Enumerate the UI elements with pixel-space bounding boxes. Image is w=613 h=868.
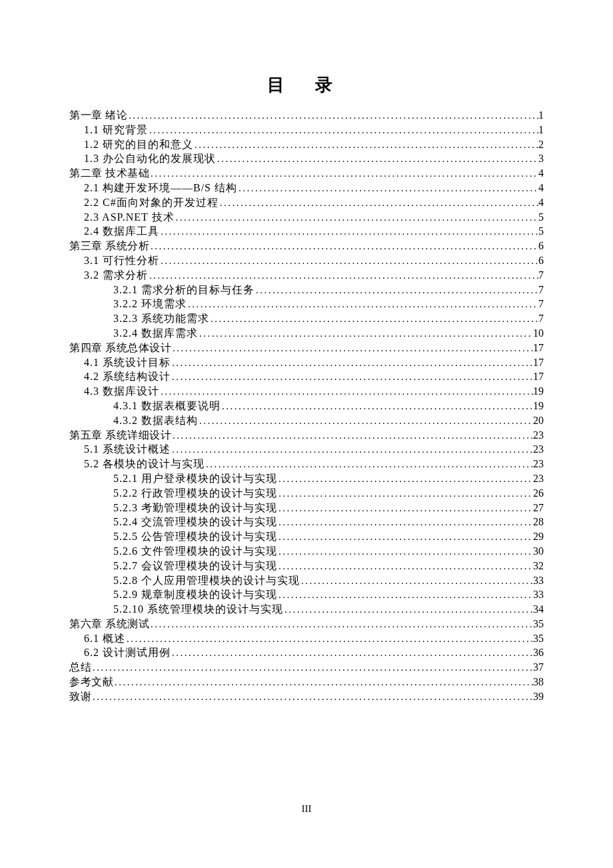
toc-dot-leader bbox=[171, 443, 533, 457]
toc-entry-page: 17 bbox=[533, 356, 544, 370]
toc-entry-label: 5.2.6 文件管理模块的设计与实现 bbox=[113, 545, 277, 559]
toc-entry-page: 19 bbox=[533, 385, 544, 399]
toc-entry-page: 2 bbox=[538, 138, 544, 152]
toc-entry: 3.2.3 系统功能需求 7 bbox=[69, 312, 544, 326]
toc-entry: 4.1 系统设计目标 17 bbox=[69, 356, 544, 370]
toc-dot-leader bbox=[277, 473, 533, 486]
toc-entry: 4.2 系统结构设计 17 bbox=[69, 370, 544, 384]
toc-entry-page: 23 bbox=[533, 472, 544, 486]
toc-dot-leader bbox=[237, 182, 538, 195]
toc-entry-page: 5 bbox=[538, 225, 544, 239]
toc-dot-leader bbox=[277, 545, 533, 559]
toc-entry-label: 参考文献 bbox=[69, 675, 113, 689]
toc-entry-page: 29 bbox=[533, 530, 544, 544]
toc-entry: 3.2.4 数据库需求 10 bbox=[69, 327, 544, 341]
toc-entry: 第四章 系统总体设计 17 bbox=[69, 341, 544, 355]
toc-entry-page: 17 bbox=[533, 370, 544, 384]
toc-dot-leader bbox=[277, 560, 533, 573]
table-of-contents: 第一章 绪论 11.1 研究背景 11.2 研究的目的和意义 21.3 办公自动… bbox=[69, 109, 544, 704]
toc-entry: 参考文献 38 bbox=[69, 675, 544, 689]
toc-entry: 2.3 ASP.NET 技术 5 bbox=[69, 211, 544, 225]
toc-entry: 6.2 设计测试用例 36 bbox=[69, 646, 544, 660]
toc-entry: 5.2.1 用户登录模块的设计与实现 23 bbox=[69, 472, 544, 486]
toc-dot-leader bbox=[277, 487, 533, 501]
toc-entry-label: 5.2.5 公告管理模块的设计与实现 bbox=[113, 530, 277, 544]
toc-entry-label: 致谢 bbox=[69, 690, 91, 704]
toc-entry-label: 2.3 ASP.NET 技术 bbox=[84, 211, 175, 225]
toc-title: 目 录 bbox=[69, 73, 544, 97]
toc-entry: 5.2.5 公告管理模块的设计与实现 29 bbox=[69, 530, 544, 544]
toc-entry: 5.2.4 交流管理模块的设计与实现 28 bbox=[69, 515, 544, 529]
toc-entry-label: 4.3.2 数据表结构 bbox=[113, 414, 198, 428]
toc-entry-label: 3.1 可行性分析 bbox=[84, 254, 159, 268]
toc-entry-page: 1 bbox=[538, 123, 544, 137]
toc-dot-leader bbox=[171, 429, 533, 443]
toc-dot-leader bbox=[198, 415, 533, 428]
toc-dot-leader bbox=[159, 255, 538, 268]
toc-entry-page: 30 bbox=[533, 545, 544, 559]
toc-dot-leader bbox=[221, 400, 533, 413]
toc-dot-leader bbox=[277, 502, 533, 515]
toc-entry: 致谢 39 bbox=[69, 690, 544, 704]
toc-entry: 1.2 研究的目的和意义 2 bbox=[69, 138, 544, 152]
toc-dot-leader bbox=[159, 225, 538, 239]
toc-entry-page: 27 bbox=[533, 501, 544, 515]
toc-entry-label: 5.2.3 考勤管理模块的设计与实现 bbox=[113, 501, 277, 515]
toc-entry: 2.4 数据库工具 5 bbox=[69, 225, 544, 239]
toc-dot-leader bbox=[148, 124, 538, 137]
toc-entry: 1.1 研究背景 1 bbox=[69, 123, 544, 137]
toc-entry-page: 7 bbox=[538, 297, 544, 311]
toc-entry-page: 23 bbox=[533, 457, 544, 471]
toc-entry: 2.2 C#面向对象的开发过程 4 bbox=[69, 196, 544, 210]
toc-dot-leader bbox=[277, 589, 533, 602]
toc-dot-leader bbox=[300, 575, 533, 588]
toc-entry: 4.3 数据库设计 19 bbox=[69, 385, 544, 399]
toc-entry-label: 3.2 需求分析 bbox=[84, 269, 148, 283]
document-page: 目 录 第一章 绪论 11.1 研究背景 11.2 研究的目的和意义 21.3 … bbox=[0, 0, 613, 868]
toc-entry-label: 总结 bbox=[69, 661, 91, 675]
toc-entry-label: 4.3.1 数据表概要说明 bbox=[113, 399, 221, 413]
toc-entry-label: 5.2.7 会议管理模块的设计与实现 bbox=[113, 559, 277, 573]
toc-entry-page: 10 bbox=[533, 327, 544, 341]
toc-entry-page: 34 bbox=[533, 603, 544, 617]
toc-entry-label: 5.2.9 规章制度模块的设计与实现 bbox=[113, 588, 277, 602]
toc-dot-leader bbox=[91, 691, 533, 704]
toc-dot-leader bbox=[148, 269, 538, 283]
toc-entry-page: 26 bbox=[533, 487, 544, 501]
toc-entry-label: 4.1 系统设计目标 bbox=[84, 356, 171, 370]
toc-entry-page: 7 bbox=[538, 312, 544, 326]
toc-dot-leader bbox=[205, 458, 533, 471]
toc-entry-label: 4.3 数据库设计 bbox=[84, 385, 159, 399]
toc-entry-page: 39 bbox=[533, 690, 544, 704]
toc-entry: 5.1 系统设计概述 23 bbox=[69, 443, 544, 457]
toc-entry: 5.2.9 规章制度模块的设计与实现 33 bbox=[69, 588, 544, 602]
toc-entry-page: 33 bbox=[533, 574, 544, 588]
toc-dot-leader bbox=[149, 618, 533, 631]
toc-entry-label: 5.2.8 个人应用管理模块的设计与实现 bbox=[113, 574, 300, 588]
toc-dot-leader bbox=[216, 153, 538, 166]
toc-dot-leader bbox=[149, 240, 538, 253]
toc-entry-page: 6 bbox=[538, 239, 544, 253]
toc-entry-label: 5.2 各模块的设计与实现 bbox=[84, 457, 205, 471]
toc-entry-page: 7 bbox=[538, 269, 544, 283]
toc-entry-page: 4 bbox=[538, 167, 544, 181]
toc-dot-leader bbox=[175, 211, 538, 225]
toc-entry: 5.2.10 系统管理模块的设计与实现 34 bbox=[69, 603, 544, 617]
toc-dot-leader bbox=[198, 327, 533, 341]
toc-dot-leader bbox=[209, 313, 538, 326]
toc-entry-label: 5.2.1 用户登录模块的设计与实现 bbox=[113, 472, 277, 486]
toc-entry: 第二章 技术基础 4 bbox=[69, 167, 544, 181]
toc-entry-page: 5 bbox=[538, 211, 544, 225]
toc-entry: 第三章 系统分析 6 bbox=[69, 239, 544, 253]
toc-dot-leader bbox=[277, 531, 533, 544]
toc-entry-page: 7 bbox=[538, 283, 544, 297]
toc-entry: 6.1 概述 35 bbox=[69, 632, 544, 646]
toc-entry-label: 1.2 研究的目的和意义 bbox=[84, 138, 193, 152]
toc-entry-page: 23 bbox=[533, 429, 544, 443]
toc-entry-label: 3.2.1 需求分析的目标与任务 bbox=[113, 283, 255, 297]
toc-dot-leader bbox=[171, 342, 533, 355]
toc-entry-label: 5.1 系统设计概述 bbox=[84, 443, 171, 457]
toc-entry: 2.1 构建开发环境——B/S 结构 4 bbox=[69, 181, 544, 195]
toc-entry: 第六章 系统测试 35 bbox=[69, 617, 544, 631]
toc-dot-leader bbox=[91, 661, 533, 675]
